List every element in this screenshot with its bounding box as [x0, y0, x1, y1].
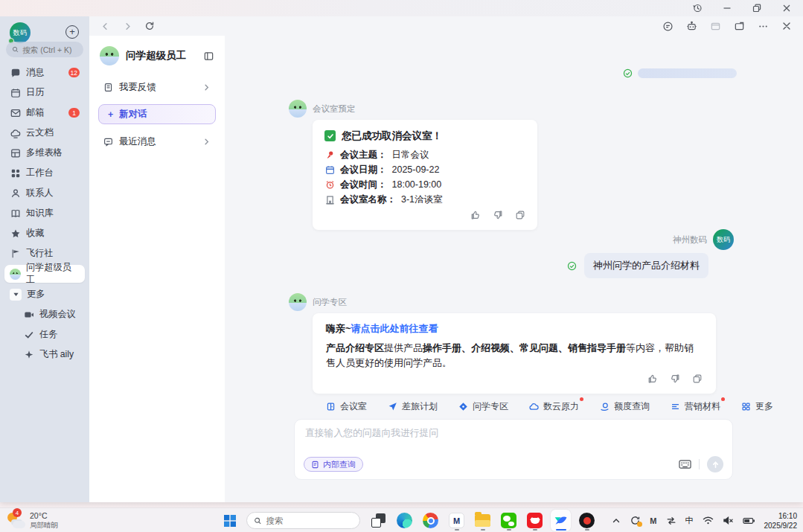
keyboard-icon[interactable]	[679, 459, 691, 469]
feedback-item[interactable]: 我要反馈	[98, 77, 216, 97]
plus-icon: +	[108, 109, 113, 120]
sidebar-item-wiki[interactable]: 知识库	[4, 203, 85, 223]
chrome-icon[interactable]	[420, 510, 441, 531]
network-traffic-icon[interactable]	[666, 516, 676, 526]
chip-shuyun[interactable]: 数云原力	[528, 400, 579, 413]
alarm-clock-icon	[324, 179, 335, 190]
refresh-icon[interactable]	[144, 20, 156, 32]
meeting-field: 会议日期：2025-09-22	[324, 162, 525, 177]
search-box[interactable]	[6, 42, 83, 57]
file-explorer-icon[interactable]	[473, 510, 493, 531]
volume-mute-icon[interactable]	[723, 516, 734, 525]
recorder-icon[interactable]	[577, 510, 597, 531]
chat-area: 会议室预定 您已成功取消会议室！ 会议主题：	[225, 36, 803, 502]
sidebar-item-aily[interactable]: 飞书 aily	[4, 344, 85, 365]
composer[interactable]: 直接输入您的问题向我进行提问 内部查询	[294, 419, 733, 480]
sidebar-item-label: 日历	[26, 86, 44, 99]
success-check-icon	[324, 130, 336, 141]
chip-wenxue-zone[interactable]: 问学专区	[458, 400, 508, 413]
avatar[interactable]: 数码	[10, 22, 31, 43]
sidebar-item-favorites[interactable]: 收藏	[4, 223, 85, 243]
thumbs-down-icon[interactable]	[493, 210, 503, 220]
sidebar-item-community[interactable]: 飞行社	[4, 243, 85, 263]
sidebar-item-wenxue-bot[interactable]: 问学超级员工	[4, 265, 85, 283]
collapse-panel-icon[interactable]	[203, 51, 214, 62]
user-avatar[interactable]: 数码	[713, 229, 734, 250]
weather-widget[interactable]: 4 20°C 局部晴朗	[6, 510, 58, 530]
recent-chat-icon	[103, 137, 113, 147]
sidebar-item-label: 工作台	[26, 167, 54, 179]
start-button[interactable]	[224, 515, 236, 527]
message-bubble[interactable]: 神州问学的产品介绍材料	[584, 253, 708, 278]
tray-expand-icon[interactable]	[612, 516, 621, 525]
open-in-window-icon[interactable]	[733, 20, 745, 32]
edge-icon[interactable]	[394, 510, 415, 531]
chip-meeting-room[interactable]: 会议室	[325, 400, 367, 413]
ime-indicator[interactable]: 中	[685, 515, 694, 526]
view-link[interactable]: 请点击此处前往查看	[351, 323, 438, 334]
back-icon[interactable]	[99, 20, 111, 32]
sidebar-item-contacts[interactable]: 联系人	[4, 183, 85, 203]
tray-m-icon[interactable]: M	[650, 516, 656, 525]
bot-message-zone: 问学专区 嗨亲~请点击此处前往查看 产品介绍专区提供产品操作手册、介绍视频、常见…	[289, 293, 735, 394]
zone-description: 产品介绍专区提供产品操作手册、介绍视频、常见问题、销售指导手册等内容，帮助销售人…	[326, 341, 703, 371]
search-input[interactable]	[22, 45, 77, 54]
bot-avatar[interactable]	[289, 100, 307, 118]
robot-icon[interactable]	[685, 20, 697, 32]
taskbar-clock[interactable]: 16:10 2025/9/22	[764, 511, 798, 531]
history-icon[interactable]	[690, 2, 705, 14]
taskbar-search-input[interactable]	[266, 516, 353, 525]
battery-icon[interactable]	[743, 516, 755, 525]
wifi-icon[interactable]	[703, 516, 714, 525]
internal-query-chip[interactable]: 内部查询	[304, 457, 363, 472]
taskbar-search[interactable]	[246, 512, 360, 529]
thumbs-up-icon[interactable]	[470, 210, 481, 220]
search-icon	[12, 45, 19, 54]
chip-travel-plan[interactable]: 差旅计划	[387, 400, 438, 413]
close-button[interactable]	[779, 2, 794, 14]
sidebar-item-tasks[interactable]: 任务	[4, 324, 85, 344]
more-icon[interactable]	[757, 20, 769, 32]
sidebar-item-base[interactable]: 多维表格	[4, 143, 85, 163]
tmall-icon[interactable]	[525, 510, 545, 531]
task-check-icon	[23, 329, 34, 340]
window-icon[interactable]	[709, 20, 721, 32]
sidebar-item-label: 飞书 aily	[39, 348, 74, 361]
forward-icon[interactable]	[121, 20, 133, 32]
sidebar-item-video-meeting[interactable]: 视频会议	[4, 304, 85, 324]
thumbs-up-icon[interactable]	[647, 374, 658, 384]
sidebar-item-docs[interactable]: 云文档	[4, 123, 85, 143]
sidebar-item-calendar[interactable]: 日历	[4, 83, 85, 103]
star-icon	[10, 228, 21, 239]
chip-more[interactable]: 更多	[740, 400, 773, 413]
minimize-button[interactable]	[720, 2, 735, 14]
chip-quota[interactable]: 额度查询	[599, 400, 650, 413]
close-icon[interactable]	[781, 20, 793, 32]
restore-button[interactable]	[749, 2, 764, 14]
send-button[interactable]	[707, 456, 723, 472]
temperature: 20°C	[30, 511, 58, 521]
add-button[interactable]: +	[65, 25, 79, 39]
new-chat-button[interactable]: + 新对话	[98, 104, 216, 124]
thumbs-down-icon[interactable]	[670, 374, 680, 384]
sidebar-item-messages[interactable]: 消息 12	[4, 63, 85, 83]
chat-bubble-icon[interactable]	[662, 20, 674, 32]
sidebar-item-more[interactable]: 更多	[4, 284, 85, 304]
sidebar-nav: 消息 12 日历 邮箱 1 云文档	[0, 63, 89, 365]
sync-icon[interactable]	[630, 515, 641, 526]
copy-icon[interactable]	[515, 210, 525, 220]
recent-messages-item[interactable]: 最近消息	[98, 132, 216, 152]
contacts-icon	[10, 188, 21, 199]
sender-name: 会议室预定	[313, 103, 356, 115]
sidebar-item-workplace[interactable]: 工作台	[4, 163, 85, 183]
copy-icon[interactable]	[692, 374, 703, 384]
feishu-icon[interactable]	[551, 510, 571, 531]
video-camera-icon	[23, 309, 34, 320]
desktop: 数码 + 消息 12 日历	[0, 0, 803, 532]
m-app-icon[interactable]: M	[447, 510, 467, 531]
wechat-icon[interactable]	[499, 510, 519, 531]
sidebar-item-mail[interactable]: 邮箱 1	[4, 103, 85, 123]
bot-avatar[interactable]	[289, 293, 307, 311]
chip-marketing[interactable]: 营销材料	[670, 400, 720, 413]
task-view-button[interactable]	[371, 513, 385, 528]
